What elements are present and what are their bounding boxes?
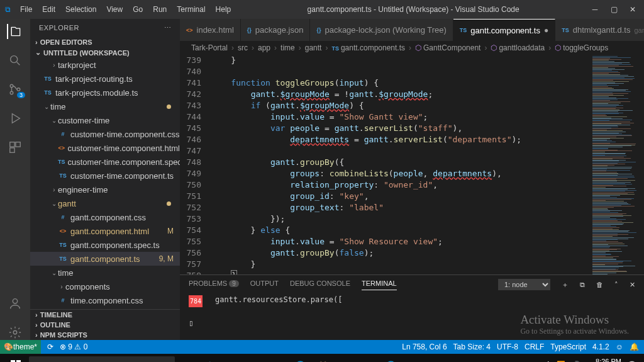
terminal-body[interactable]: 784gantt.resourcesStore.parse([ ▯ Activa… [180, 290, 644, 340]
extensions-icon[interactable] [8, 140, 23, 155]
debug-icon[interactable] [8, 111, 23, 126]
svg-rect-4 [10, 142, 14, 147]
tree-item[interactable]: ›engineer-time [30, 183, 180, 196]
breadcrumb[interactable]: Tark-Portal›src›app›time›gantt›TSgantt.c… [180, 41, 644, 55]
terminal-selector[interactable]: 1: node [498, 279, 550, 290]
menu-edit[interactable]: Edit [38, 3, 60, 16]
split-terminal-icon[interactable]: ⧉ [580, 281, 585, 289]
explorer-icon[interactable] [7, 24, 22, 39]
status-ts-version[interactable]: 4.1.2 [592, 342, 609, 351]
svg-rect-9 [11, 360, 15, 363]
file-icon: # [58, 295, 68, 305]
terminal-tab[interactable]: TERMINAL [362, 280, 397, 290]
settings-icon[interactable] [8, 325, 23, 340]
status-eol[interactable]: CRLF [525, 342, 544, 351]
tree-item[interactable]: ›tarkproject [30, 58, 180, 72]
status-theme[interactable]: 🎨 theme* [0, 340, 41, 354]
tree-item[interactable]: #gantt.component.css [30, 210, 180, 224]
file-icon: TS [58, 157, 65, 167]
tree-item[interactable]: <>customer-time.component.html [30, 141, 180, 155]
chrome-icon[interactable]: 🌐 [289, 356, 311, 363]
svg-point-7 [13, 299, 17, 303]
tree-item[interactable]: TSgantt.component.ts9, M [30, 252, 180, 266]
system-tray[interactable]: ˄ 📶 🔊 8:26 PM12/15/2020 💬 [547, 358, 640, 363]
chrome2-icon[interactable]: 🌐 [380, 356, 401, 363]
vscode-taskbar-icon[interactable]: ⧉ [357, 356, 379, 363]
editor-tab[interactable]: {}package.json [241, 19, 311, 41]
outline-section[interactable]: ›OUTLINE [30, 320, 180, 330]
menu-help[interactable]: Help [211, 3, 236, 16]
npm-section[interactable]: ›NPM SCRIPTS [30, 330, 180, 340]
tree-item[interactable]: ⌄time [30, 266, 180, 280]
error-line-badge: 784 [189, 295, 203, 307]
menu-terminal[interactable]: Terminal [172, 3, 209, 16]
kill-terminal-icon[interactable]: 🗑 [596, 281, 603, 288]
explorer-taskbar-icon[interactable]: 🗀 [244, 356, 265, 363]
vs-icon[interactable]: ◆ [335, 356, 356, 363]
menu-file[interactable]: File [16, 3, 36, 16]
mail-icon[interactable]: ✉ [221, 356, 243, 363]
close-panel-icon[interactable]: ✕ [630, 281, 635, 289]
status-feedback-icon[interactable]: ☺ [616, 342, 623, 351]
taskbar-clock[interactable]: 8:26 PM12/15/2020 [587, 358, 621, 363]
workspace-section[interactable]: ⌄UNTITLED (WORKSPACE) [30, 47, 180, 58]
status-sync[interactable]: ⟳ [47, 342, 53, 351]
editor-group: <>index.html{}package.json{}package-lock… [180, 19, 644, 340]
timeline-section[interactable]: ›TIMELINE [30, 310, 180, 320]
maximize-icon[interactable]: ▢ [610, 5, 618, 14]
file-icon: TS [43, 74, 53, 84]
tree-item[interactable]: ⌄customer-time [30, 113, 180, 127]
tree-item[interactable]: ⌄gantt [30, 196, 180, 210]
menu-run[interactable]: Run [148, 3, 171, 16]
task-view-icon[interactable]: ▭ [176, 356, 197, 363]
start-button[interactable] [4, 360, 28, 363]
status-problems[interactable]: ⊗ 9 ⚠ 0 [60, 342, 87, 351]
new-terminal-icon[interactable]: ＋ [562, 280, 569, 290]
activity-bar: 3 [0, 19, 30, 340]
open-editors-section[interactable]: ›OPEN EDITORS [30, 37, 180, 47]
menu-bar: FileEditSelectionViewGoRunTerminalHelp [16, 3, 235, 16]
status-language[interactable]: TypeScript [550, 342, 586, 351]
menu-go[interactable]: Go [128, 3, 147, 16]
code-editor[interactable]: } function toggleGroups(input) { gantt.$… [211, 55, 589, 274]
tree-item[interactable]: #time.component.css [30, 293, 180, 307]
tree-item[interactable]: TStark-project-routing.ts [30, 72, 180, 86]
minimize-icon[interactable]: ─ [591, 5, 599, 14]
account-icon[interactable] [8, 296, 23, 311]
status-bell-icon[interactable]: 🔔 [630, 342, 639, 351]
tree-item[interactable]: ⌄time [30, 99, 180, 113]
menu-selection[interactable]: Selection [61, 3, 101, 16]
status-bar: 🎨 theme* ⟳ ⊗ 9 ⚠ 0 Ln 758, Col 6 Tab Siz… [0, 340, 644, 354]
problems-tab[interactable]: PROBLEMS 9 [189, 280, 239, 290]
close-icon[interactable]: ✕ [629, 5, 636, 14]
tree-item[interactable]: TSgantt.component.spec.ts [30, 238, 180, 252]
status-tabsize[interactable]: Tab Size: 4 [453, 342, 491, 351]
status-cursor[interactable]: Ln 758, Col 6 [402, 342, 447, 351]
editor-tab[interactable]: <>index.html [180, 19, 241, 41]
minimap[interactable] [589, 55, 644, 274]
editor-tab[interactable]: TSgantt.component.ts● [453, 19, 555, 41]
line-gutter: 7397407417427437447457467477487497507517… [180, 55, 211, 274]
source-control-icon[interactable]: 3 [8, 82, 23, 97]
output-tab[interactable]: OUTPUT [250, 280, 279, 290]
maximize-panel-icon[interactable]: ˄ [614, 281, 618, 289]
tree-item[interactable]: TScustomer-time.component.spec.ts [30, 155, 180, 169]
edge-icon[interactable]: e [267, 356, 288, 363]
tree-item[interactable]: <>gantt.component.htmlM [30, 224, 180, 238]
status-encoding[interactable]: UTF-8 [497, 342, 518, 351]
tree-item[interactable]: TScustomer-time.component.ts [30, 169, 180, 183]
more-icon[interactable]: ⋯ [164, 24, 172, 32]
editor-tab[interactable]: TSdhtmlxgantt.d.tsgantt\codeb [555, 19, 644, 41]
debug-console-tab[interactable]: DEBUG CONSOLE [290, 280, 350, 290]
tree-item[interactable]: ›components [30, 280, 180, 293]
cortana-icon[interactable]: ◯ [199, 356, 220, 363]
file-icon: TS [58, 240, 68, 250]
svg-point-1 [10, 84, 13, 88]
search-icon[interactable] [8, 53, 23, 68]
firefox-icon[interactable]: 🦊 [312, 356, 333, 363]
editor-tab[interactable]: {}package-lock.json (Working Tree) [310, 19, 453, 41]
taskbar-search[interactable]: ○Type here to search [29, 356, 175, 363]
menu-view[interactable]: View [102, 3, 127, 16]
tree-item[interactable]: TStark-projects.module.ts [30, 86, 180, 99]
tree-item[interactable]: #customer-time.component.css [30, 127, 180, 141]
